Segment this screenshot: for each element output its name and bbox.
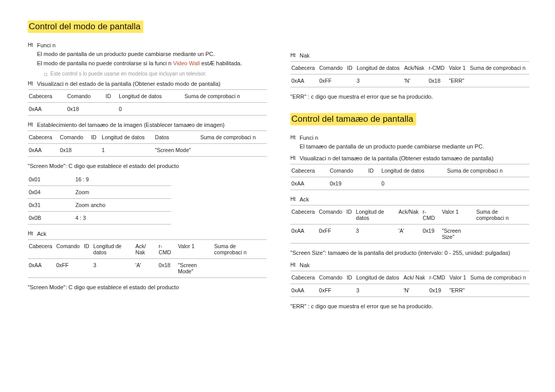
bullet-ack-label: Ack bbox=[37, 230, 46, 238]
td bbox=[90, 144, 101, 157]
td bbox=[446, 177, 529, 190]
td bbox=[345, 225, 355, 244]
th: ID bbox=[104, 90, 118, 103]
td: 0xFF bbox=[318, 225, 346, 244]
th: Longitud de datos bbox=[101, 131, 154, 144]
table-ack-screen-mode: Cabecera Comando ID Longitud de datos Ac… bbox=[28, 239, 267, 278]
th: Comando bbox=[59, 131, 90, 144]
table-row: 0xAA 0x18 1 "Screen Mode" bbox=[28, 144, 267, 157]
triangle-icon: Ht bbox=[290, 51, 300, 60]
td bbox=[104, 103, 118, 116]
function-description-2: El tamaæo de pantalla de un producto pue… bbox=[300, 142, 529, 152]
td: 0x19 bbox=[429, 284, 449, 297]
screen-mode-desc-2: "Screen Mode": C digo que establece el e… bbox=[28, 283, 267, 292]
th: Longitud de datos bbox=[356, 62, 403, 74]
td: 'N' bbox=[402, 284, 428, 297]
td bbox=[346, 74, 356, 87]
td: "Screen Size" bbox=[441, 225, 475, 244]
td: 0x18 bbox=[428, 74, 448, 87]
screen-mode-codes: 0x0116 : 9 0x04Zoom 0x31Zoom ancho 0x0B4… bbox=[28, 173, 171, 225]
th: Suma de comprobaci n bbox=[199, 131, 267, 144]
th: Longitud de datos bbox=[380, 164, 446, 177]
td: 0x18 bbox=[158, 258, 177, 277]
table-row: 0xAA 0x19 0 bbox=[290, 177, 529, 190]
td: 1 bbox=[101, 144, 154, 157]
td: 0xAA bbox=[28, 258, 55, 277]
td bbox=[469, 74, 529, 87]
th: ID bbox=[346, 271, 356, 284]
th: Suma de comprobaci n bbox=[469, 62, 529, 74]
td bbox=[213, 258, 267, 277]
td: 'A' bbox=[397, 225, 421, 244]
td: 'A' bbox=[135, 258, 158, 277]
bullet-nak-2-label: Nak bbox=[300, 261, 310, 270]
table-nak-screen-mode: Cabecera Comando ID Longitud de datos Ac… bbox=[290, 61, 529, 87]
triangle-icon: Ht bbox=[28, 230, 37, 238]
th: Ack/ Nak bbox=[135, 239, 158, 258]
bullet-ack: Ht Ack bbox=[28, 230, 267, 238]
th: Comando bbox=[318, 271, 346, 284]
td bbox=[83, 258, 92, 277]
triangle-icon: Ht bbox=[28, 121, 37, 129]
left-column: Control del modo de pantalla Ht Funci n … bbox=[28, 21, 267, 377]
table-row: 0xAA 0xFF 3 'N' 0x18 "ERR" bbox=[290, 74, 529, 87]
td: 0x18 bbox=[66, 103, 105, 116]
td: 0x18 bbox=[59, 144, 90, 157]
page: Control del modo de pantalla Ht Funci n … bbox=[0, 0, 555, 392]
td: 0xFF bbox=[55, 258, 83, 277]
td bbox=[469, 284, 529, 297]
td: 3 bbox=[355, 284, 402, 297]
triangle-icon: Ht bbox=[290, 134, 300, 142]
bullet-nak: Ht Nak bbox=[290, 51, 529, 60]
triangle-icon: Ht bbox=[290, 195, 300, 203]
th: Longitud de datos bbox=[355, 206, 398, 225]
triangle-icon: Ht bbox=[290, 154, 300, 162]
td: 0xFF bbox=[318, 74, 346, 87]
table-header-row: Cabecera Comando ID Longitud de datos Ac… bbox=[290, 62, 529, 74]
table-get-screen-size: Cabecera Comando ID Longitud de datos Su… bbox=[290, 164, 529, 190]
th: Cabecera bbox=[28, 90, 66, 103]
table-set-screen-mode: Cabecera Comando ID Longitud de datos Da… bbox=[28, 130, 267, 157]
th: Cabecera bbox=[290, 164, 329, 177]
th: Suma de comprobaci n bbox=[469, 271, 529, 284]
td: 0xAA bbox=[28, 144, 59, 157]
td: 0xAA bbox=[290, 225, 318, 244]
bullet-view-label: Visualizaci n del estado de la pantalla … bbox=[37, 80, 220, 88]
table-row: 0x0B4 : 3 bbox=[28, 211, 171, 224]
table-get-screen-mode: Cabecera Comando ID Longitud de datos Su… bbox=[28, 89, 267, 116]
td bbox=[475, 225, 529, 244]
function-description: El modo de pantalla de un producto puede… bbox=[37, 50, 267, 68]
td: 0x04 bbox=[28, 185, 75, 198]
th: Comando bbox=[318, 62, 346, 74]
th: Suma de comprobaci n bbox=[475, 206, 529, 225]
td: 0xAA bbox=[290, 177, 329, 190]
triangle-icon: Ht bbox=[290, 261, 300, 269]
td: 16 : 9 bbox=[75, 173, 171, 186]
table-header-row: Cabecera Comando ID Longitud de datos Ac… bbox=[28, 239, 267, 258]
th: Cabecera bbox=[290, 62, 318, 74]
td bbox=[199, 144, 267, 157]
th: Valor 1 bbox=[449, 271, 470, 284]
bullet-function-label: Funci n bbox=[37, 41, 55, 50]
th: Cabecera bbox=[290, 271, 318, 284]
td: 3 bbox=[355, 225, 398, 244]
th: r-CMD bbox=[422, 206, 441, 225]
td: 0xFF bbox=[318, 284, 346, 297]
th: Valor 1 bbox=[448, 62, 469, 74]
th: Ack/ Nak bbox=[402, 271, 428, 284]
table-row: 0xAA 0x18 0 bbox=[28, 103, 267, 116]
bullet-nak-2: Ht Nak bbox=[290, 261, 529, 270]
th: Valor 1 bbox=[441, 206, 475, 225]
func2-p1: El tamaæo de pantalla de un producto pue… bbox=[300, 142, 529, 152]
th: Longitud de datos bbox=[355, 271, 402, 284]
triangle-icon: Ht bbox=[28, 80, 37, 88]
th: ID bbox=[346, 62, 356, 74]
td bbox=[367, 177, 380, 190]
triangle-icon: Ht bbox=[28, 41, 37, 49]
section-title-screen-size: Control del tamaæo de pantalla bbox=[290, 113, 416, 125]
th: r-CMD bbox=[158, 239, 177, 258]
th: ID bbox=[345, 206, 355, 225]
th: Ack/Nak bbox=[403, 62, 428, 74]
td: 0xAA bbox=[28, 103, 66, 116]
bullet-view-2: Ht Visualizaci n del tamaæo de la pantal… bbox=[290, 154, 529, 163]
